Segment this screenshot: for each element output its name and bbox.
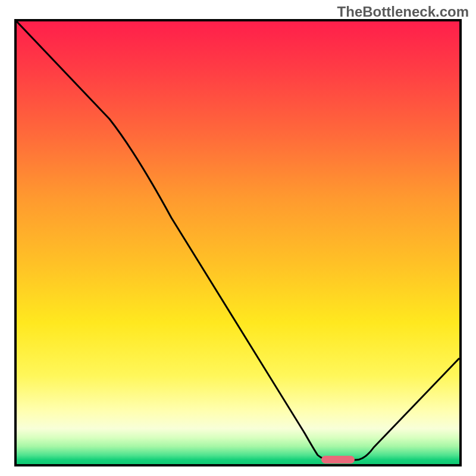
curve-layer xyxy=(17,21,459,464)
plot-area xyxy=(14,19,462,466)
chart-container: TheBottleneck.com xyxy=(0,0,476,476)
watermark-text: TheBottleneck.com xyxy=(337,4,469,20)
bottleneck-curve xyxy=(17,21,459,460)
optimal-marker xyxy=(321,456,355,464)
